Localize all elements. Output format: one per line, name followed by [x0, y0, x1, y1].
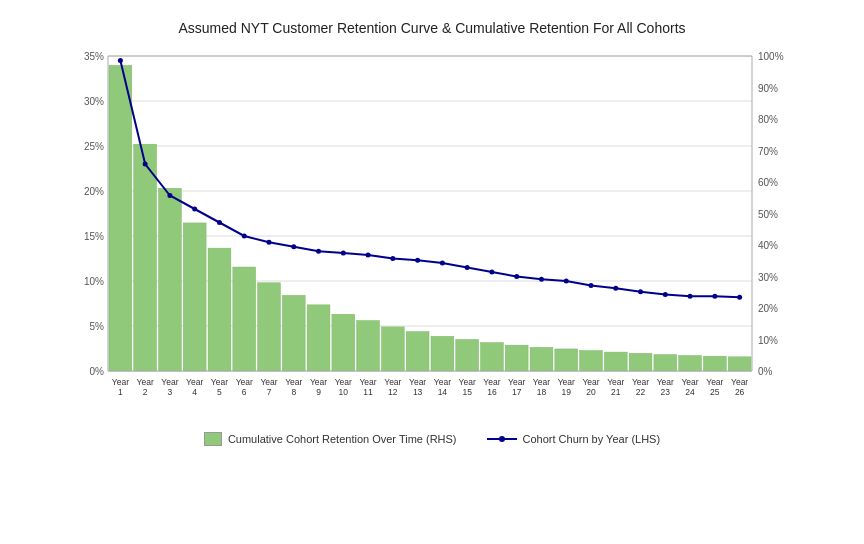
svg-text:30%: 30%: [758, 272, 778, 283]
svg-point-98: [564, 279, 569, 284]
svg-text:20%: 20%: [758, 303, 778, 314]
main-chart-svg: 0%5%10%15%20%25%30%35%0%10%20%30%40%50%6…: [60, 46, 804, 426]
svg-rect-38: [357, 321, 380, 371]
svg-point-101: [638, 289, 643, 294]
svg-rect-50: [654, 355, 677, 371]
svg-point-100: [613, 286, 618, 291]
svg-rect-51: [679, 356, 702, 371]
legend-line-label: Cohort Churn by Year (LHS): [523, 433, 661, 445]
svg-point-84: [217, 220, 222, 225]
chart-title: Assumed NYT Customer Retention Curve & C…: [60, 20, 804, 36]
svg-rect-53: [728, 357, 751, 371]
svg-rect-46: [555, 349, 578, 371]
svg-rect-36: [307, 305, 330, 371]
svg-text:0%: 0%: [758, 366, 773, 377]
legend-line-item: Cohort Churn by Year (LHS): [487, 433, 661, 445]
svg-point-83: [192, 207, 197, 212]
chart-area: 0%5%10%15%20%25%30%35%0%10%20%30%40%50%6…: [60, 46, 804, 426]
chart-legend: Cumulative Cohort Retention Over Time (R…: [60, 432, 804, 446]
svg-point-92: [415, 258, 420, 263]
svg-rect-31: [183, 223, 206, 371]
svg-point-104: [712, 294, 717, 299]
svg-text:30%: 30%: [84, 96, 104, 107]
svg-rect-49: [629, 353, 652, 371]
svg-point-90: [366, 252, 371, 257]
svg-point-82: [167, 193, 172, 198]
legend-bar-label: Cumulative Cohort Retention Over Time (R…: [228, 433, 457, 445]
svg-text:25%: 25%: [84, 141, 104, 152]
svg-text:10%: 10%: [758, 335, 778, 346]
svg-rect-32: [208, 248, 231, 371]
svg-point-88: [316, 249, 321, 254]
svg-rect-45: [530, 347, 553, 371]
svg-point-91: [390, 256, 395, 261]
svg-point-85: [242, 234, 247, 239]
legend-bar-item: Cumulative Cohort Retention Over Time (R…: [204, 432, 457, 446]
svg-text:15%: 15%: [84, 231, 104, 242]
svg-point-87: [291, 244, 296, 249]
svg-point-97: [539, 277, 544, 282]
svg-text:80%: 80%: [758, 114, 778, 125]
svg-rect-48: [604, 352, 627, 371]
svg-rect-35: [282, 295, 305, 371]
svg-text:10%: 10%: [84, 276, 104, 287]
svg-rect-39: [381, 327, 404, 371]
svg-point-102: [663, 292, 668, 297]
svg-rect-43: [481, 343, 504, 371]
svg-point-89: [341, 251, 346, 256]
svg-rect-30: [159, 188, 182, 371]
svg-text:5%: 5%: [90, 321, 105, 332]
svg-text:100%: 100%: [758, 51, 784, 62]
svg-text:35%: 35%: [84, 51, 104, 62]
svg-point-80: [118, 58, 123, 63]
svg-rect-47: [580, 351, 603, 371]
svg-rect-44: [505, 345, 528, 371]
svg-rect-52: [703, 356, 726, 371]
chart-container: Assumed NYT Customer Retention Curve & C…: [0, 0, 864, 544]
svg-point-81: [143, 162, 148, 167]
svg-rect-37: [332, 314, 355, 371]
svg-rect-28: [109, 65, 132, 371]
svg-text:50%: 50%: [758, 209, 778, 220]
svg-rect-29: [134, 144, 157, 371]
svg-text:20%: 20%: [84, 186, 104, 197]
svg-point-93: [440, 261, 445, 266]
svg-rect-42: [456, 340, 479, 372]
svg-point-96: [514, 274, 519, 279]
svg-point-105: [737, 295, 742, 300]
svg-text:0%: 0%: [90, 366, 105, 377]
svg-rect-40: [406, 332, 429, 371]
svg-point-94: [465, 265, 470, 270]
svg-text:60%: 60%: [758, 177, 778, 188]
svg-text:40%: 40%: [758, 240, 778, 251]
svg-point-95: [489, 270, 494, 275]
legend-bar-swatch: [204, 432, 222, 446]
svg-point-99: [589, 283, 594, 288]
svg-rect-34: [258, 283, 281, 371]
legend-line-swatch: [487, 438, 517, 440]
svg-point-103: [688, 294, 693, 299]
svg-rect-33: [233, 267, 256, 371]
svg-text:70%: 70%: [758, 146, 778, 157]
svg-text:90%: 90%: [758, 83, 778, 94]
svg-point-86: [267, 240, 272, 245]
svg-rect-41: [431, 336, 454, 371]
